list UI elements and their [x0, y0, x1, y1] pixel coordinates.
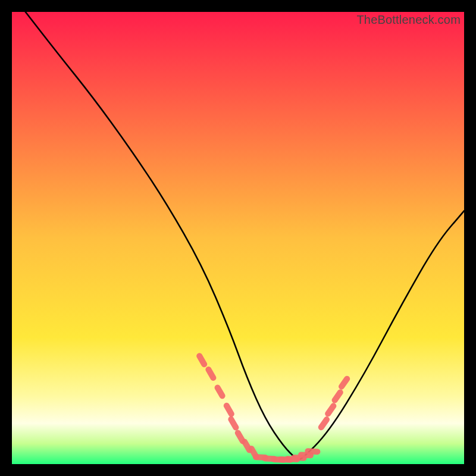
- svg-line-2: [208, 369, 213, 378]
- watermark-text: TheBottleneck.com: [356, 13, 461, 27]
- svg-line-6: [238, 433, 243, 441]
- svg-line-15: [301, 455, 311, 455]
- plot-frame: TheBottleneck.com: [12, 12, 464, 464]
- svg-line-16: [308, 451, 317, 452]
- svg-line-3: [218, 387, 223, 396]
- svg-line-5: [231, 419, 236, 428]
- svg-line-19: [335, 392, 340, 400]
- svg-line-18: [328, 406, 333, 414]
- svg-line-17: [321, 419, 327, 427]
- svg-line-4: [227, 406, 231, 414]
- bottleneck-curve: [12, 12, 464, 464]
- svg-line-1: [199, 356, 204, 364]
- svg-line-20: [342, 379, 347, 387]
